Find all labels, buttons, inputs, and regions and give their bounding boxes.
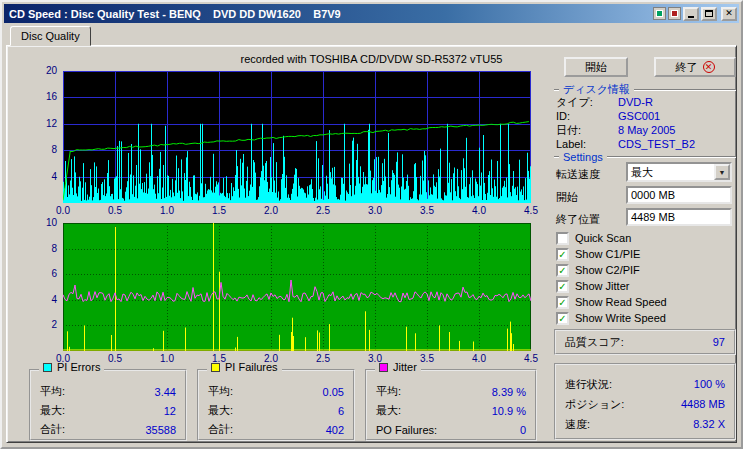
disc-info-label: タイプ: (556, 95, 618, 110)
stat-label: 平均: (40, 384, 65, 399)
disc-info-row: 日付:8 May 2005 (556, 123, 736, 137)
x-tick-label: 2.5 (308, 206, 338, 216)
disc-info-label: 日付: (556, 123, 618, 138)
checkbox-label: Quick Scan (575, 232, 631, 244)
x-tick-label: 0.0 (48, 206, 78, 216)
checkbox-label: Show Read Speed (575, 296, 667, 308)
disc-info-value: 8 May 2005 (618, 124, 675, 136)
checkbox-box (556, 232, 569, 245)
stat-row: 平均:3.44 (31, 382, 185, 401)
green-glyph (656, 10, 663, 17)
stat-label: 合計: (208, 422, 233, 437)
checkbox-box: ✓ (556, 264, 569, 277)
stat-box-pi-errors: PI Errors平均:3.44最大:12合計:35588 (29, 369, 187, 441)
stat-box-pi-failures: PI Failures平均:0.05最大:6合計:402 (197, 369, 355, 441)
y-tick-label: 6 (7, 269, 57, 279)
quality-score-box: 品質スコア: 97 (554, 329, 736, 355)
stat-value: 10.9 % (492, 405, 526, 417)
checkbox-show-write-speed[interactable]: ✓Show Write Speed (556, 310, 736, 326)
stat-label: 合計: (40, 422, 65, 437)
transfer-speed-value: 最大 (628, 165, 714, 180)
x-tick-label: 4.5 (516, 354, 546, 364)
checkbox-show-jitter[interactable]: ✓Show Jitter (556, 278, 736, 294)
disc-info-value: DVD-R (618, 96, 653, 108)
checkbox-label: Show C2/PIF (575, 264, 640, 276)
pi-errors-chart (63, 71, 531, 203)
pi-failures-jitter-chart (63, 223, 531, 351)
x-tick-label: 3.5 (412, 354, 442, 364)
start-position-label: 開始 (556, 190, 578, 205)
stat-row: 最大:6 (199, 401, 353, 420)
checkbox-label: Show Write Speed (575, 312, 666, 324)
graph-red-icon[interactable] (668, 7, 681, 20)
y-tick-label: 16 (7, 92, 57, 102)
stat-value: 35588 (145, 424, 176, 436)
maximize-button[interactable] (701, 7, 717, 21)
transfer-speed-select[interactable]: 最大 ▼ (626, 162, 732, 182)
x-tick-label: 2.0 (256, 206, 286, 216)
end-position-label: 終了位置 (556, 212, 600, 227)
status-label: 進行状況: (565, 377, 612, 392)
x-tick-label: 2.5 (308, 354, 338, 364)
quality-score-value: 97 (713, 336, 725, 348)
settings-header-label: Settings (563, 151, 603, 163)
stat-value: 0 (520, 424, 526, 436)
stat-box-jitter: Jitter平均:8.39 %最大:10.9 %PO Failures:0 (365, 369, 537, 441)
stat-row: 最大:10.9 % (367, 401, 535, 420)
checkbox-quick-scan[interactable]: Quick Scan (556, 230, 736, 246)
y-tick-label: 8 (7, 244, 57, 254)
close-button[interactable]: ✕ (721, 7, 737, 21)
status-value: 8.32 X (693, 418, 725, 430)
pi-failures-legend-swatch (211, 363, 220, 372)
x-tick-label: 4.0 (464, 206, 494, 216)
stat-label: 平均: (208, 384, 233, 399)
disc-quality-panel: recorded with TOSHIBA CD/DVDW SD-R5372 v… (6, 45, 737, 443)
quality-score-label: 品質スコア: (565, 335, 624, 350)
status-row: 進行状況:100 % (556, 374, 734, 394)
transfer-speed-label: 転送速度 (556, 167, 600, 182)
checkbox-show-c1-pie[interactable]: ✓Show C1/PIE (556, 246, 736, 262)
checkbox-show-c2-pif[interactable]: ✓Show C2/PIF (556, 262, 736, 278)
window-title: CD Speed : Disc Quality Test - BENQ DVD … (4, 8, 653, 20)
y-tick-label: 2 (7, 320, 57, 330)
chevron-down-icon[interactable]: ▼ (714, 164, 730, 180)
start-position-input[interactable] (626, 186, 732, 204)
y-tick-label: 10 (7, 218, 57, 228)
checkbox-box: ✓ (556, 312, 569, 325)
graph-green-icon[interactable] (653, 7, 666, 20)
disc-info-label: Label: (556, 138, 618, 150)
status-label: ポジション: (565, 397, 624, 412)
stat-value: 8.39 % (492, 386, 526, 398)
status-box: 進行状況:100 %ポジション:4488 MB速度:8.32 X (554, 363, 736, 440)
x-tick-label: 1.0 (152, 206, 182, 216)
checkbox-label: Show Jitter (575, 280, 629, 292)
x-tick-label: 4.5 (516, 206, 546, 216)
stat-row: 最大:12 (31, 401, 185, 420)
stat-value: 0.05 (323, 386, 344, 398)
x-tick-label: 4.0 (464, 354, 494, 364)
y-tick-label: 20 (7, 66, 57, 76)
minimize-button[interactable] (683, 7, 699, 21)
stat-row: 平均:0.05 (199, 382, 353, 401)
x-tick-label: 3.5 (412, 206, 442, 216)
red-glyph (671, 10, 678, 17)
exit-button[interactable]: 終了 ✕ (654, 57, 736, 77)
tab-disc-quality[interactable]: Disc Quality (10, 26, 91, 46)
checkbox-show-read-speed[interactable]: ✓Show Read Speed (556, 294, 736, 310)
end-position-input[interactable] (626, 208, 732, 226)
x-tick-label: 0.5 (100, 354, 130, 364)
x-tick-label: 2.0 (256, 354, 286, 364)
disc-info-label: ID: (556, 110, 618, 122)
titlebar[interactable]: CD Speed : Disc Quality Test - BENQ DVD … (4, 4, 739, 23)
y-tick-label: 8 (7, 145, 57, 155)
status-value: 4488 MB (681, 398, 725, 410)
status-value: 100 % (694, 378, 725, 390)
exit-x-icon: ✕ (703, 61, 715, 73)
status-row: ポジション:4488 MB (556, 394, 734, 414)
x-tick-label: 3.0 (360, 206, 390, 216)
stat-value: 3.44 (155, 386, 176, 398)
stats-row: PI Errors平均:3.44最大:12合計:35588PI Failures… (29, 369, 537, 441)
stat-label: 最大: (208, 403, 233, 418)
y-tick-label: 4 (7, 172, 57, 182)
start-button[interactable]: 開始 (564, 57, 628, 77)
